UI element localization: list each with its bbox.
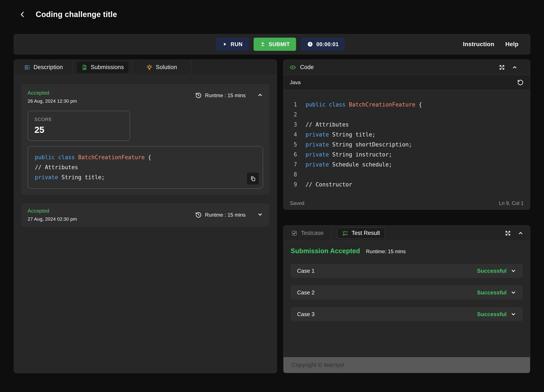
code-token: private: [306, 131, 332, 138]
back-button[interactable]: [17, 9, 28, 20]
submit-button[interactable]: SUBMIT: [254, 38, 296, 51]
toolbar-center: RUN SUBMIT 00:00:01: [216, 38, 345, 51]
submission-runtime: Runtme : 15 mins: [195, 92, 263, 99]
tab-testcase-label: Testcase: [301, 230, 324, 236]
expand-icon: [505, 230, 511, 236]
code-token: String shortDescription;: [332, 141, 412, 148]
toolbar-right: Instruction Help: [463, 41, 530, 48]
history-clock-icon: [195, 212, 202, 218]
top-header: Coding challenge title: [17, 9, 117, 20]
code-token: private: [306, 141, 332, 148]
expand-panel-button[interactable]: [499, 64, 505, 70]
submission-code-snippet: public class BatchCreationFeature {// At…: [28, 146, 263, 189]
run-button[interactable]: RUN: [216, 38, 249, 51]
instruction-link[interactable]: Instruction: [463, 41, 494, 48]
submission-card-header[interactable]: Accepted 26 Aug, 2024 12:30 pm Runtme : …: [28, 90, 263, 104]
expand-icon: [499, 64, 505, 70]
tab-solution[interactable]: Solution: [132, 60, 191, 75]
case-status-text: Successful: [477, 268, 507, 274]
testcase-row[interactable]: Case 1Successful: [291, 264, 523, 278]
submission-date: 27 Aug, 2024 02:30 pm: [28, 216, 77, 222]
code-line: // Attributes: [35, 162, 256, 172]
case-status: Successful: [477, 268, 516, 274]
case-label: Case 1: [297, 268, 314, 274]
runtime-label: Runtme : 15 mins: [205, 212, 246, 218]
chevron-down-icon[interactable]: [257, 212, 263, 217]
code-text: // Constructor: [306, 180, 352, 190]
expand-panel-button[interactable]: [505, 230, 511, 236]
code-token: BatchCreationFeature: [78, 154, 145, 160]
code-text: [306, 170, 309, 180]
code-panel-title: Code: [300, 64, 314, 71]
chevron-up-icon: [512, 64, 518, 70]
tab-submissions-label: Submissions: [91, 64, 124, 71]
result-title: Submission Accepted: [291, 247, 360, 255]
tab-submissions[interactable]: Submissions: [73, 60, 132, 75]
checklist-icon: [342, 230, 349, 236]
submissions-panel: Description Submissions: [14, 59, 277, 373]
tab-description[interactable]: Description: [14, 60, 73, 75]
case-status: Successful: [477, 289, 516, 296]
reset-icon: [517, 79, 524, 86]
language-row[interactable]: Java: [284, 75, 530, 90]
code-token: public class: [35, 154, 78, 160]
code-text: public class BatchCreationFeature {: [306, 100, 422, 110]
line-number: 9: [284, 180, 306, 190]
left-tabbar: Description Submissions: [14, 60, 277, 75]
case-list: Case 1Successful Case 2Successful Case 3…: [291, 264, 523, 329]
score-box: SCORE 25: [28, 111, 130, 141]
case-status: Successful: [477, 311, 516, 318]
chevron-up-icon: [518, 230, 524, 236]
reset-code-button[interactable]: [517, 79, 524, 86]
case-label: Case 2: [297, 289, 314, 296]
tab-test-result[interactable]: Test Result: [337, 227, 385, 239]
code-line: 1public class BatchCreationFeature {: [284, 100, 530, 110]
code-panel-header: Code: [284, 60, 530, 75]
code-token: // Attributes: [35, 164, 78, 171]
case-label: Case 3: [297, 311, 314, 318]
clock-icon: [307, 41, 313, 47]
tab-description-label: Description: [34, 64, 63, 71]
lightbulb-icon: [146, 64, 153, 71]
testcase-row[interactable]: Case 3Successful: [291, 307, 523, 321]
code-text: // Attributes: [35, 162, 78, 172]
code-text: [306, 110, 309, 120]
help-link[interactable]: Help: [505, 41, 519, 48]
testcase-row[interactable]: Case 2Successful: [291, 285, 523, 300]
play-icon: [222, 42, 227, 47]
submission-meta: Accepted 26 Aug, 2024 12:30 pm: [28, 90, 77, 104]
line-number: 5: [284, 140, 306, 150]
score-value: 25: [35, 125, 123, 135]
code-editor[interactable]: 1public class BatchCreationFeature {2 3/…: [284, 90, 530, 197]
copy-button[interactable]: [247, 173, 259, 184]
submission-meta: Accepted 27 Aug, 2024 02:30 pm: [28, 208, 77, 222]
code-text: private String shortDescription;: [306, 140, 412, 150]
tab-submissions-pill: Submissions: [77, 62, 128, 73]
chevron-left-icon: [19, 11, 26, 18]
history-clock-icon: [195, 92, 202, 99]
code-token: BatchCreationFeature: [349, 101, 415, 108]
copyright-footer: Copyright © learnyst: [284, 357, 530, 373]
code-text: private String instructor;: [306, 150, 392, 160]
submission-card-collapsed[interactable]: Accepted 27 Aug, 2024 02:30 pm Runtme : …: [21, 203, 269, 227]
chevron-down-icon[interactable]: [510, 311, 516, 317]
cursor-position: Ln 9, Col 1: [499, 200, 524, 206]
code-line: 2: [284, 110, 530, 120]
tab-testcase[interactable]: Testcase: [284, 226, 331, 241]
submission-status: Accepted: [28, 90, 77, 96]
code-token: private: [306, 151, 332, 158]
submission-date: 26 Aug, 2024 12:30 pm: [28, 98, 77, 104]
code-icon: [290, 64, 296, 71]
chevron-up-icon[interactable]: [257, 92, 263, 98]
collapse-panel-button[interactable]: [512, 64, 518, 70]
chevron-down-icon[interactable]: [510, 268, 516, 274]
collapse-panel-button[interactable]: [518, 230, 524, 236]
timer-value: 00:00:01: [316, 41, 339, 48]
chevron-down-icon[interactable]: [510, 290, 516, 296]
copyright-text: Copyright © learnyst: [292, 362, 344, 368]
timer-chip[interactable]: 00:00:01: [301, 38, 345, 51]
code-line: 4private String title;: [284, 130, 530, 140]
test-panel-actions: [505, 230, 530, 236]
score-label: SCORE: [35, 117, 123, 122]
code-line: 7private Schedule schedule;: [284, 160, 530, 170]
